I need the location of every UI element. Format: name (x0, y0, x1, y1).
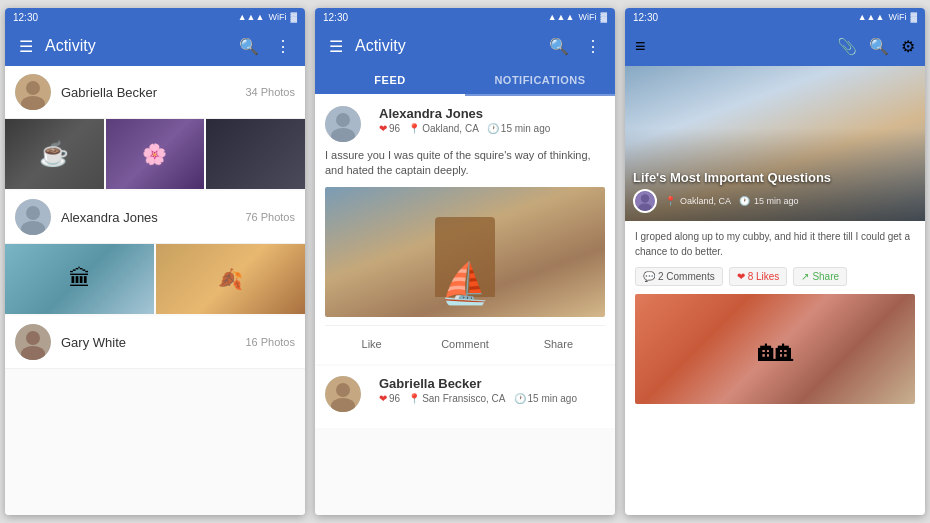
list-icon-3[interactable]: ≡ (635, 36, 646, 57)
like-button[interactable]: Like (325, 334, 418, 354)
comment-chip-icon: 💬 (643, 271, 655, 282)
svg-point-16 (641, 194, 649, 202)
share-label: Share (812, 271, 839, 282)
article-hero[interactable]: Life's Most Important Questions 📍 Oaklan… (625, 66, 925, 221)
signal-icon-3: ▲▲▲ (858, 12, 885, 22)
comments-label: 2 Comments (658, 271, 715, 282)
app-bar-1: ☰ Activity 🔍 ⋮ (5, 26, 305, 66)
svg-point-13 (336, 383, 350, 397)
location-icon-1: 📍 (408, 123, 420, 134)
photo-building[interactable] (5, 244, 154, 314)
app-title-1: Activity (45, 37, 227, 55)
svg-point-4 (26, 206, 40, 220)
phone-panel-2: 12:30 ▲▲▲ WiFi ▓ ☰ Activity 🔍 ⋮ FEED NOT… (315, 8, 615, 515)
photo-count-gary: 16 Photos (245, 336, 295, 348)
battery-icon-2: ▓ (600, 12, 607, 22)
panel2-content: Alexandra Jones ❤ 96 📍 Oakland, CA 🕐 1 (315, 96, 615, 515)
article-meta-time: 🕐 15 min ago (739, 196, 799, 206)
photo-flower[interactable] (106, 119, 205, 189)
feed-meta-2: ❤ 96 📍 San Fransisco, CA 🕐 15 min ago (379, 393, 605, 404)
avatar-feed-1 (325, 106, 361, 142)
photo-dark[interactable] (206, 119, 305, 189)
time-text-2: 15 min ago (528, 393, 577, 404)
article-location: Oakland, CA (680, 196, 731, 206)
feed-text-1: I assure you I was quite of the squire's… (325, 148, 605, 179)
user-row-gary[interactable]: Gary White 16 Photos (5, 316, 305, 369)
gear-icon-3[interactable]: ⚙ (901, 37, 915, 56)
article-image-2[interactable] (635, 294, 915, 404)
phone-panel-3: 12:30 ▲▲▲ WiFi ▓ ≡ 📎 🔍 ⚙ Life's Most Imp… (625, 8, 925, 515)
user-name-gary: Gary White (61, 335, 245, 350)
feed-meta-1: ❤ 96 📍 Oakland, CA 🕐 15 min ago (379, 123, 605, 134)
tab-notifications[interactable]: NOTIFICATIONS (465, 66, 615, 94)
location-text-2: San Fransisco, CA (422, 393, 505, 404)
photo-food[interactable] (156, 244, 305, 314)
feed-image-1[interactable] (325, 187, 605, 317)
user-row-gabriella[interactable]: Gabriella Becker 34 Photos (5, 66, 305, 119)
article-meta-location: 📍 Oakland, CA (665, 196, 731, 206)
svg-point-1 (26, 81, 40, 95)
heart-icon-2: ❤ (379, 393, 387, 404)
feed-time-2: 🕐 15 min ago (514, 393, 577, 404)
article-avatar (633, 189, 657, 213)
avatar-gabriella (15, 74, 51, 110)
feed-user-row-1: Alexandra Jones ❤ 96 📍 Oakland, CA 🕐 1 (325, 106, 605, 142)
feed-time-1: 🕐 15 min ago (487, 123, 550, 134)
comment-button[interactable]: Comment (418, 334, 511, 354)
signal-icon-1: ▲▲▲ (238, 12, 265, 22)
wifi-icon-1: WiFi (268, 12, 286, 22)
avatar-feed-2 (325, 376, 361, 412)
photo-tea[interactable] (5, 119, 104, 189)
stat-comments[interactable]: 💬 2 Comments (635, 267, 723, 286)
stat-share[interactable]: ↗ Share (793, 267, 847, 286)
phone-panel-1: 12:30 ▲▲▲ WiFi ▓ ☰ Activity 🔍 ⋮ Gabriell… (5, 8, 305, 515)
wifi-icon-3: WiFi (888, 12, 906, 22)
battery-icon-3: ▓ (910, 12, 917, 22)
location-icon-2: 📍 (408, 393, 420, 404)
time-text-1: 15 min ago (501, 123, 550, 134)
tab-feed[interactable]: FEED (315, 66, 465, 94)
location-text-1: Oakland, CA (422, 123, 479, 134)
article-text: I groped along up to my cubby, and hid i… (635, 229, 915, 259)
article-hero-title: Life's Most Important Questions (633, 170, 917, 185)
search-icon-1[interactable]: 🔍 (235, 33, 263, 60)
feed-user-row-2: Gabriella Becker ❤ 96 📍 San Fransisco, C… (325, 376, 605, 412)
feed-user-info-2: Gabriella Becker ❤ 96 📍 San Fransisco, C… (379, 376, 605, 404)
user-name-gabriella: Gabriella Becker (61, 85, 245, 100)
feed-user-info-1: Alexandra Jones ❤ 96 📍 Oakland, CA 🕐 1 (379, 106, 605, 134)
feed-location-1: 📍 Oakland, CA (408, 123, 479, 134)
hamburger-icon-2[interactable]: ☰ (325, 33, 347, 60)
tab-bar-2: FEED NOTIFICATIONS (315, 66, 615, 96)
battery-icon-1: ▓ (290, 12, 297, 22)
avatar-alexandra (15, 199, 51, 235)
avatar-gary (15, 324, 51, 360)
hamburger-icon-1[interactable]: ☰ (15, 33, 37, 60)
feed-actions-1: Like Comment Share (325, 325, 605, 354)
signal-icon-2: ▲▲▲ (548, 12, 575, 22)
search-icon-3[interactable]: 🔍 (869, 37, 889, 56)
feed-username-2: Gabriella Becker (379, 376, 605, 391)
status-time-2: 12:30 (323, 12, 348, 23)
article-hero-meta: 📍 Oakland, CA 🕐 15 min ago (633, 189, 917, 213)
photo-count-alexandra: 76 Photos (245, 211, 295, 223)
svg-point-7 (26, 331, 40, 345)
feed-username-1: Alexandra Jones (379, 106, 605, 121)
stat-likes[interactable]: ❤ 8 Likes (729, 267, 788, 286)
search-icon-2[interactable]: 🔍 (545, 33, 573, 60)
heart-icon-1: ❤ (379, 123, 387, 134)
user-row-alexandra[interactable]: Alexandra Jones 76 Photos (5, 191, 305, 244)
share-chip-icon: ↗ (801, 271, 809, 282)
likes-label: 8 Likes (748, 271, 780, 282)
share-button[interactable]: Share (512, 334, 605, 354)
article-body: I groped along up to my cubby, and hid i… (625, 221, 925, 412)
more-icon-2[interactable]: ⋮ (581, 33, 605, 60)
more-icon-1[interactable]: ⋮ (271, 33, 295, 60)
svg-point-10 (336, 113, 350, 127)
feed-likes-1: ❤ 96 (379, 123, 400, 134)
article-stats: 💬 2 Comments ❤ 8 Likes ↗ Share (635, 267, 915, 286)
app-title-2: Activity (355, 37, 537, 55)
status-bar-2: 12:30 ▲▲▲ WiFi ▓ (315, 8, 615, 26)
wifi-icon-2: WiFi (578, 12, 596, 22)
paperclip-icon-3[interactable]: 📎 (837, 37, 857, 56)
heart-chip-icon: ❤ (737, 271, 745, 282)
